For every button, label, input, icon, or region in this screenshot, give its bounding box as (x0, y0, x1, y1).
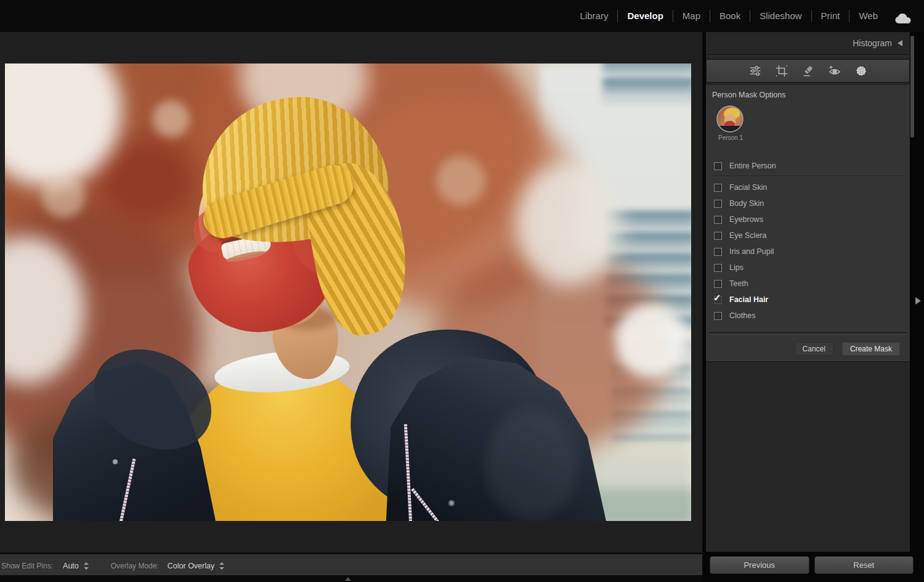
masking-icon[interactable] (854, 64, 868, 78)
photo-canvas[interactable] (5, 64, 691, 521)
check-icon: ✓ (713, 292, 721, 303)
bokeh-highlight (436, 156, 485, 205)
nav-map[interactable]: Map (673, 10, 710, 22)
bokeh-highlight (153, 100, 190, 137)
previous-button[interactable]: Previous (710, 556, 809, 574)
checkbox[interactable]: ✓ (714, 162, 722, 170)
cancel-button[interactable]: Cancel (795, 342, 833, 356)
cloud-sync-icon[interactable] (894, 13, 912, 24)
checkbox[interactable]: ✓ (714, 280, 722, 288)
overlay-mode-value[interactable]: Color Overlay (168, 562, 214, 570)
checkbox[interactable]: ✓ (714, 312, 722, 320)
checkbox[interactable]: ✓ (714, 184, 722, 192)
bottom-panel-strip (0, 575, 702, 582)
panel-divider (707, 54, 909, 56)
mask-option-iris-and-pupil[interactable]: ✓ Iris and Pupil (711, 244, 905, 260)
mask-option-label: Body Skin (729, 199, 764, 208)
nav-develop[interactable]: Develop (618, 10, 673, 22)
bokeh-highlight (615, 304, 689, 378)
collapse-left-icon[interactable] (898, 40, 902, 46)
mask-option-facial-hair[interactable]: ✓ Facial Hair (711, 292, 905, 308)
reset-button[interactable]: Reset (814, 556, 914, 574)
mask-option-eyebrows[interactable]: ✓ Eyebrows (711, 211, 905, 227)
stepper-icon[interactable] (219, 562, 224, 570)
nav-book[interactable]: Book (710, 10, 750, 22)
foliage-blob (97, 137, 196, 224)
mask-option-label: Teeth (729, 279, 748, 288)
mask-option-label: Facial Skin (729, 183, 767, 192)
jacket-snap (113, 459, 118, 464)
mask-option-label: Lips (729, 263, 744, 272)
tool-strip (706, 59, 910, 83)
canvas-toolbar: Show Edit Pins: Auto Overlay Mode: Color… (0, 552, 702, 577)
person-1-label: Person 1 (707, 134, 755, 141)
mask-option-body-skin[interactable]: ✓ Body Skin (711, 195, 905, 211)
overlay-mode-label: Overlay Mode: (111, 562, 159, 570)
nav-print[interactable]: Print (812, 10, 850, 22)
reveal-panel-up-icon[interactable] (345, 577, 351, 581)
stepper-icon[interactable] (83, 562, 89, 570)
mask-option-label: Eye Sclera (729, 231, 766, 240)
collapse-right-panel-icon[interactable] (915, 297, 921, 305)
mask-option-label: Eyebrows (729, 215, 763, 224)
nav-slideshow[interactable]: Slideshow (750, 10, 811, 22)
show-edit-pins-value[interactable]: Auto (63, 562, 79, 570)
lightroom-develop-window: Library Develop Map Book Slideshow Print… (0, 0, 924, 582)
jacket-sheen (485, 409, 578, 520)
mask-option-label: Entire Person (729, 162, 776, 170)
bokeh-highlight (42, 174, 85, 218)
checkbox[interactable]: ✓ (714, 264, 722, 272)
mask-options-list: ✓ Entire Person ✓ Facial Skin ✓ Body Ski… (711, 158, 905, 324)
avatar-jacket (718, 126, 742, 131)
mask-option-label: Iris and Pupil (729, 247, 774, 256)
jacket-snap (448, 500, 455, 506)
red-eye-icon[interactable] (828, 64, 841, 78)
mask-option-teeth[interactable]: ✓ Teeth (711, 276, 905, 292)
options-divider (712, 176, 905, 177)
nav-web[interactable]: Web (849, 10, 887, 22)
mask-option-lips[interactable]: ✓ Lips (711, 260, 905, 276)
checkbox[interactable]: ✓ (714, 248, 722, 256)
checkbox[interactable]: ✓ (714, 200, 722, 208)
mask-option-clothes[interactable]: ✓ Clothes (711, 308, 905, 324)
panel-scrollbar[interactable] (910, 36, 914, 137)
histogram-header[interactable]: Histogram (706, 32, 910, 54)
mask-panel-buttons: Cancel Create Mask (795, 342, 900, 356)
right-panel-column: Histogram (702, 32, 924, 582)
develop-canvas-area: Show Edit Pins: Auto Overlay Mode: Color… (0, 32, 702, 582)
edit-adjustments-icon[interactable] (748, 64, 762, 78)
checkbox[interactable]: ✓ (714, 296, 722, 304)
mask-option-label: Facial Hair (729, 295, 768, 304)
mask-option-entire-person[interactable]: ✓ Entire Person (711, 158, 905, 174)
checkbox[interactable]: ✓ (714, 232, 722, 240)
checkbox[interactable]: ✓ (714, 216, 722, 224)
show-edit-pins-label: Show Edit Pins: (1, 562, 53, 570)
nav-library[interactable]: Library (571, 10, 618, 22)
sky-patch (516, 162, 621, 285)
building-windows (602, 64, 691, 100)
mask-option-eye-sclera[interactable]: ✓ Eye Sclera (711, 227, 905, 244)
panel-title: Person Mask Options (712, 91, 786, 99)
histogram-label: Histogram (853, 38, 892, 48)
spot-removal-icon[interactable] (801, 64, 815, 78)
develop-action-buttons: Previous Reset (710, 556, 914, 574)
module-picker: Library Develop Map Book Slideshow Print… (571, 0, 887, 32)
crop-icon[interactable] (775, 64, 788, 78)
person-mask-options-panel: Person Mask Options Person 1 ✓ Entire Pe… (706, 85, 910, 362)
top-bar: Library Develop Map Book Slideshow Print… (0, 0, 924, 32)
person-1-avatar[interactable] (718, 107, 742, 131)
mask-option-label: Clothes (729, 311, 755, 320)
right-panel: Histogram (706, 32, 910, 552)
mask-option-facial-skin[interactable]: ✓ Facial Skin (711, 179, 905, 195)
panel-divider (710, 332, 906, 334)
create-mask-button[interactable]: Create Mask (842, 342, 900, 356)
